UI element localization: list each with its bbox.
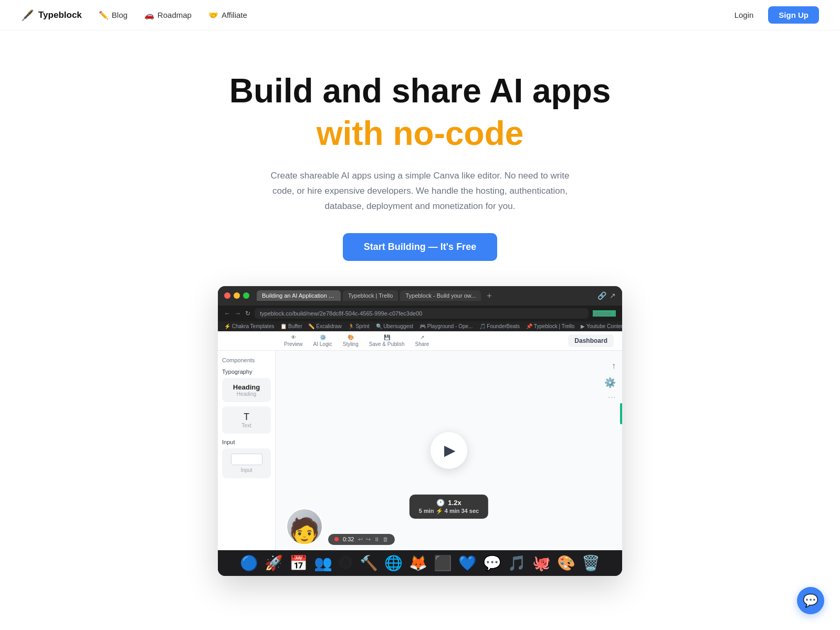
nav-right: Login Sign Up — [728, 6, 819, 24]
bookmark-buffer[interactable]: 📋 Buffer — [280, 323, 302, 329]
dock-slack[interactable]: 💬 — [483, 554, 501, 572]
nav-blog[interactable]: ✏️ Blog — [99, 10, 128, 20]
browser-tab-active[interactable]: Building an AI Application with Typebloc… — [257, 290, 341, 301]
bookmark-sprint[interactable]: 🏃 Sprint — [348, 323, 370, 329]
dock-figma[interactable]: 🎨 — [557, 554, 575, 572]
browser-tab-2[interactable]: Typeblock | Trello — [343, 290, 398, 301]
rec-control-4[interactable]: 🗑 — [383, 536, 388, 542]
chat-bubble-icon: 💬 — [803, 593, 818, 608]
hero-title-line1: Build and share AI apps — [10, 72, 830, 109]
login-button[interactable]: Login — [728, 7, 760, 23]
cta-button[interactable]: Start Building — It's Free — [343, 233, 497, 261]
record-dot — [334, 537, 339, 541]
typography-label: Typography — [222, 369, 271, 375]
bookmark-chakra[interactable]: ⚡ Chakra Templates — [224, 323, 274, 329]
rec-control-2[interactable]: ↪ — [366, 536, 371, 543]
back-icon[interactable]: ← — [224, 310, 230, 317]
dock-github[interactable]: 🐙 — [532, 554, 551, 572]
share-label: Share — [415, 341, 429, 347]
blog-label: Blog — [112, 10, 128, 19]
bookmark-trello[interactable]: 📌 Typeblock | Trello — [526, 323, 574, 329]
dashboard-button[interactable]: Dashboard — [568, 334, 614, 347]
bookmark-excalidraw[interactable]: ✏️ Excalidraw — [308, 323, 341, 329]
new-tab-icon[interactable]: ＋ — [485, 290, 494, 301]
tool-styling[interactable]: 🎨 Styling — [343, 334, 359, 347]
dock-contacts[interactable]: 👥 — [314, 554, 332, 572]
nav-affiliate[interactable]: 🤝 Affiliate — [208, 10, 247, 20]
sidebar-text[interactable]: T Text — [222, 406, 271, 434]
play-button[interactable]: ▶ — [430, 432, 467, 469]
nav-roadmap[interactable]: 🚗 Roadmap — [144, 10, 192, 20]
tool-ailogic[interactable]: ⚙️ AI Logic — [313, 334, 332, 347]
browser-tab-3[interactable]: Typeblock - Build your ow... — [400, 290, 481, 301]
browser-tabs: Building an AI Application with Typebloc… — [257, 290, 594, 301]
rec-control-3[interactable]: ⏸ — [374, 536, 380, 542]
speed-badge: 🕐 1.2x 5 min ⚡ 4 min 34 sec — [410, 495, 488, 519]
rec-control-1[interactable]: ↩ — [358, 536, 363, 543]
dock-firefox[interactable]: 🦊 — [409, 554, 427, 572]
record-timer: 0:32 — [343, 536, 354, 542]
app-frame: Components Typography Heading Heading T … — [218, 351, 622, 550]
dock-xcode[interactable]: 🔨 — [360, 554, 378, 572]
recording-controls: ↩ ↪ ⏸ 🗑 — [358, 536, 388, 543]
dock-appstore[interactable]: 🅐 — [339, 554, 353, 572]
styling-label: Styling — [343, 341, 359, 347]
url-bar-row: ← → ↻ typeblock.co/build/new/2e78dc8f-50… — [218, 306, 622, 321]
bookmark-youtube[interactable]: ▶ Youtube Content I... — [581, 323, 622, 329]
bookmark-foundbeats[interactable]: 🎵 FounderBeats — [479, 323, 520, 329]
dock-music[interactable]: 🎵 — [508, 554, 526, 572]
share-icon: ↗ — [610, 291, 616, 300]
ailogic-icon: ⚙️ — [320, 334, 326, 340]
speed-value: 1.2x — [448, 499, 461, 507]
bookmark-ubersuggest[interactable]: 🔍 Ubersuggest — [376, 323, 413, 329]
browser-dot-green — [243, 292, 249, 299]
input-preview — [231, 454, 262, 465]
speed-line1: 🕐 1.2x — [419, 499, 479, 507]
bookmark-playground[interactable]: 🎮 Playground - Ope... — [419, 323, 473, 329]
navbar: 🖋️ Typeblock ✏️ Blog 🚗 Roadmap 🤝 Affilia… — [0, 0, 840, 30]
browser-bar-icons: 🔗 ↗ — [597, 291, 616, 300]
nav-logo[interactable]: 🖋️ Typeblock — [21, 9, 82, 22]
more-options-icon[interactable]: ··· — [608, 393, 616, 401]
url-bar[interactable]: typeblock.co/build/new/2e78dc8f-504c-456… — [255, 308, 589, 319]
affiliate-icon: 🤝 — [208, 10, 218, 20]
browser-dot-red — [224, 292, 230, 299]
recording-bar: 0:32 ↩ ↪ ⏸ 🗑 — [328, 534, 395, 545]
dock-finder[interactable]: 🔵 — [240, 554, 258, 572]
play-triangle-icon: ▶ — [444, 442, 456, 459]
watch-time-label: 4 min 34 sec — [445, 508, 479, 514]
sidebar-heading[interactable]: Heading Heading — [222, 378, 271, 402]
avatar-face: 🧑 — [287, 509, 322, 544]
tool-preview[interactable]: 👁 Preview — [284, 334, 303, 347]
chat-bubble-button[interactable]: 💬 — [797, 587, 824, 614]
sidebar-input[interactable]: Input — [222, 448, 271, 478]
logo-label: Typeblock — [38, 10, 82, 20]
app-topbar: 👁 Preview ⚙️ AI Logic 🎨 Styling 💾 Save &… — [218, 331, 622, 351]
savepublish-icon: 💾 — [384, 334, 390, 340]
nav-left: 🖋️ Typeblock ✏️ Blog 🚗 Roadmap 🤝 Affilia… — [21, 9, 247, 22]
dock-launchpad[interactable]: 🚀 — [265, 554, 283, 572]
dock-vscode[interactable]: 💙 — [458, 554, 477, 572]
tool-share[interactable]: ↗ Share — [415, 334, 429, 347]
logo-icon: 🖋️ — [21, 9, 34, 22]
signup-button[interactable]: Sign Up — [768, 6, 819, 24]
settings-icon[interactable]: ⚙️ — [604, 377, 616, 388]
dock-chrome[interactable]: 🌐 — [384, 554, 403, 572]
app-sidebar: Components Typography Heading Heading T … — [218, 351, 276, 550]
text-label: Text — [226, 423, 267, 428]
heading-bold-label: Heading — [226, 383, 267, 391]
input-section-label: Input — [222, 439, 271, 445]
clock-icon: 🕐 — [436, 499, 445, 507]
hero-title-line2: with no-code — [10, 113, 830, 154]
dock-terminal[interactable]: ⬛ — [434, 554, 452, 572]
forward-icon[interactable]: → — [235, 310, 241, 317]
text-icon: T — [226, 412, 267, 423]
refresh-icon[interactable]: ↻ — [245, 310, 250, 317]
tool-savepublish[interactable]: 💾 Save & Publish — [369, 334, 405, 347]
dock-trash[interactable]: 🗑️ — [582, 554, 600, 572]
dock-calendar[interactable]: 📅 — [289, 554, 308, 572]
share-tool-icon: ↗ — [420, 334, 424, 340]
heading-sub-label: Heading — [226, 391, 267, 397]
preview-icon: 👁 — [291, 334, 296, 340]
app-canvas: ↑ ⚙️ ··· ▶ 🕐 1.2x — [276, 351, 622, 550]
